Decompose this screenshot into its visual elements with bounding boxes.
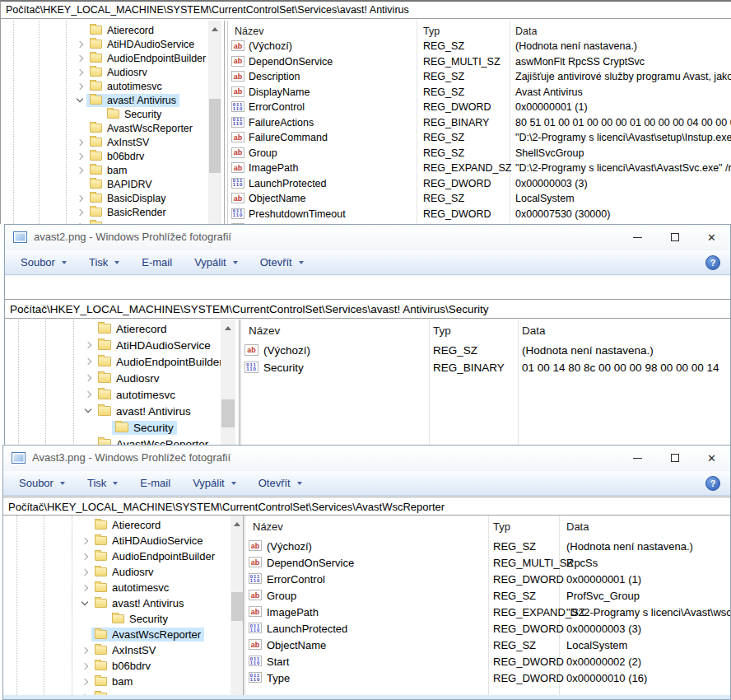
tree-item[interactable]: BasicDisplay — [1, 191, 208, 205]
tree-item[interactable]: BAPIDRV — [1, 177, 208, 191]
tree-item: Security — [5, 419, 221, 436]
menu-item[interactable]: Tisk — [89, 256, 119, 268]
registry-value-row[interactable]: ab (Výchozí) REG_SZ (Hodnota není nastav… — [228, 39, 731, 54]
value-name: Description — [249, 71, 300, 82]
tree-item[interactable]: Audiosrv — [1, 65, 208, 79]
value-data: 0x00000001 (1) — [515, 101, 588, 113]
tree-item: autotimesvc — [5, 386, 221, 403]
tree-item[interactable]: b06bdrv — [1, 149, 208, 163]
tree-expander-icon[interactable] — [92, 109, 104, 120]
help-button[interactable]: ? — [705, 476, 720, 491]
title-bar[interactable]: Avast3.png - Windows Prohlížeč fotografi… — [3, 446, 730, 470]
registry-value-row[interactable]: 011 110 FailureActions REG_BINARY 80 51 … — [228, 115, 731, 131]
registry-value-row[interactable]: ab ImagePath REG_EXPAND_SZ "D:\2-Program… — [228, 161, 731, 176]
menu-item[interactable]: Soubor — [21, 256, 67, 268]
registry-value-list: Název Typ Data ab (Výchozí) REG_SZ (Hodn… — [244, 516, 730, 695]
tree-item[interactable]: AudioEndpointBuilder — [1, 51, 208, 65]
registry-value-row[interactable]: 011 110 PreshutdownTimeout REG_DWORD 0x0… — [228, 207, 731, 222]
tree-item[interactable]: bam — [1, 163, 208, 177]
tree-item[interactable]: AvastWscReporter — [1, 121, 208, 135]
tree-expander-icon[interactable] — [75, 207, 86, 218]
tree-item: Atierecord — [5, 320, 221, 337]
tree-expander-icon[interactable] — [75, 25, 86, 36]
tree-item[interactable]: AxInstSV — [1, 135, 208, 149]
registry-value-row[interactable]: ab Description REG_SZ Zajišťuje antiviro… — [228, 69, 731, 85]
column-header-type[interactable]: Typ — [423, 26, 440, 37]
menu-item[interactable]: E-mail — [142, 256, 172, 268]
tree-expander-icon[interactable] — [75, 151, 86, 162]
tree-item[interactable]: autotimesvc — [1, 79, 208, 93]
column-header-type: Typ — [493, 520, 510, 533]
registry-value-row[interactable]: 011 110 ErrorControl REG_DWORD 0x0000000… — [228, 100, 731, 115]
tree-expander-icon[interactable] — [75, 193, 86, 204]
tree-item[interactable]: Security — [1, 107, 208, 121]
pane-divider[interactable] — [224, 21, 225, 224]
value-type-icon: ab — [249, 540, 262, 551]
close-button[interactable]: ✕ — [693, 446, 730, 470]
tree-expander-icon[interactable] — [75, 137, 86, 148]
maximize-button[interactable] — [656, 225, 693, 250]
menu-item[interactable]: E-mail — [140, 477, 170, 489]
menu-item[interactable]: Otevřít — [258, 477, 302, 489]
folder-icon — [90, 208, 102, 217]
registry-value-row[interactable]: ab FailureCommand REG_SZ "D:\2-Programy … — [228, 130, 731, 146]
menu-item[interactable]: Vypálit — [193, 477, 236, 489]
value-type-icon: 011 110 — [249, 573, 262, 584]
tree-item[interactable]: AtiHDAudioService — [1, 37, 208, 51]
help-button[interactable]: ? — [705, 255, 720, 270]
folder-icon — [107, 110, 119, 119]
registry-value-row[interactable]: ab ObjectName REG_SZ LocalSystem — [228, 191, 731, 207]
tree-item-highlight: AxInstSV — [86, 136, 152, 149]
registry-value-row[interactable]: 011 110 LaunchProtected REG_DWORD 0x0000… — [228, 176, 731, 192]
tree-expander-icon[interactable] — [75, 53, 86, 64]
folder-icon — [90, 82, 102, 91]
value-data: (Hodnota není nastavena.) — [515, 40, 637, 52]
column-header-name[interactable]: Název — [235, 26, 263, 37]
registry-value-row[interactable]: ab Group REG_SZ ShellSvcGroup — [228, 146, 731, 161]
menu-item[interactable]: Soubor — [19, 477, 65, 489]
tree-item[interactable]: BasicRender — [1, 205, 208, 219]
minimize-button[interactable] — [619, 225, 656, 250]
tree-expander-icon — [83, 323, 95, 334]
title-bar[interactable]: avast2.png - Windows Prohlížeč fotografi… — [5, 225, 730, 250]
tree-expander-icon[interactable] — [75, 39, 86, 50]
tree-expander-icon[interactable] — [75, 165, 86, 176]
tree-expander-icon[interactable] — [75, 95, 86, 106]
value-rows: ab (Výchozí) REG_SZ (Hodnota není nastav… — [241, 343, 730, 377]
tree-item-highlight: bam — [91, 674, 136, 688]
column-header-data[interactable]: Data — [515, 26, 537, 37]
scrollbar-thumb[interactable] — [209, 99, 221, 173]
tree-item: AtiHDAudioService — [3, 533, 230, 548]
menu-item[interactable]: Vypálit — [194, 256, 238, 268]
menu-item[interactable]: Otevřít — [260, 256, 304, 268]
close-button[interactable]: ✕ — [693, 225, 730, 250]
folder-icon — [95, 661, 107, 670]
tree-expander-icon[interactable] — [75, 123, 86, 134]
minimize-button[interactable] — [619, 446, 656, 470]
folder-icon — [98, 340, 111, 350]
list-header: Název Typ Data — [245, 516, 730, 539]
menu-item-label: E-mail — [142, 256, 172, 268]
registry-value-row[interactable]: ab DisplayName REG_SZ Avast Antivirus — [228, 85, 731, 100]
tree-item-highlight: b06bdrv — [86, 150, 147, 163]
tree-expander-icon[interactable] — [75, 179, 86, 190]
tree-item[interactable]: Atierecord — [1, 23, 208, 37]
registry-value-row[interactable]: ab DependOnService REG_MULTI_SZ aswMonFl… — [228, 54, 731, 70]
tree-item[interactable]: avast! Antivirus — [1, 93, 208, 107]
value-type: REG_DWORD — [493, 623, 564, 635]
tree-item: Security — [3, 611, 230, 627]
registry-address-bar[interactable]: Počítač\HKEY_LOCAL_MACHINE\SYSTEM\Curren… — [1, 2, 731, 19]
tree-expander-icon[interactable] — [75, 67, 86, 78]
value-data: ProfSvc_Group — [566, 590, 640, 602]
menu-item[interactable]: Tisk — [87, 477, 118, 489]
tree-scrollbar[interactable] — [208, 21, 221, 224]
maximize-button[interactable] — [656, 446, 693, 470]
tree-expander-icon[interactable] — [75, 81, 86, 92]
value-name: FailureCommand — [249, 132, 328, 143]
folder-icon — [95, 520, 107, 530]
list-header: Název Typ Data — [228, 21, 731, 39]
value-type: REG_BINARY — [423, 117, 489, 128]
tree-item-highlight — [91, 692, 115, 695]
value-name: ErrorControl — [249, 101, 305, 113]
scroll-up-icon[interactable] — [208, 25, 221, 31]
